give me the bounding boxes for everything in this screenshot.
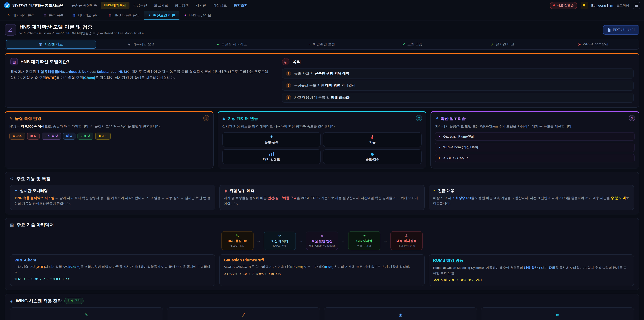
purpose-block: ◎ 목적 1 유출 사고 시 신속한 위험 범위 예측 2 독성물질 농도 기반… (282, 58, 634, 103)
notification-bell-icon[interactable] (580, 2, 588, 9)
pencil-icon: ✎ (84, 312, 88, 318)
weather-grid: ❄ 풍향·풍속 기온 대기 안정도 습도·강수 (222, 132, 422, 164)
document-icon (608, 28, 611, 32)
page-header-left: HNS 대기확산 모델 이론 및 검증 WRF-Chem·Gaussian Pl… (5, 24, 145, 36)
tag-evaporation: 증발율 (10, 133, 25, 140)
tab-scenario-management[interactable]: ▦ 시나리오 관리 (68, 11, 104, 20)
folder-icon: ▦ (72, 14, 76, 17)
tab-wrfchem-evolution[interactable]: ➤ WRF-Chem발전 (548, 40, 638, 49)
card-specs: 해상도: 1~3 km / 시간분해능: 1 hr (14, 277, 211, 281)
nav-item-hns-air-diffusion[interactable]: HNS·대기확산 (101, 2, 130, 9)
app-logo[interactable]: W 해양환경 위기대응 통합시스템 (4, 2, 64, 9)
incident-status-badge: 사고 진행중 (550, 2, 577, 9)
nav-item-board[interactable]: 게시판 (192, 2, 209, 9)
intro-definition: ▤ HNS 대기확산 모델이란? 해상에서 유출된 위험유해물질(Hazardo… (10, 58, 271, 103)
card-title: 긴급 대응 (438, 188, 454, 193)
roms-integration-card: ≈ ROMS 연동 해양·대기 결합 장기 모의 지원 (481, 307, 634, 320)
check-icon: ✔ (402, 42, 405, 46)
card-header: ≋ 기상 데이터 연동 (222, 116, 422, 122)
droplet-icon (370, 152, 374, 156)
section-title: WING 시스템 적용 전략 (16, 298, 62, 304)
card-header: ↗ 확산 알고리즘 (435, 116, 634, 122)
logout-button[interactable]: 로그아웃 (616, 3, 629, 8)
flow-decision: ⚠ 대응 의사결정 대피·방제 명령 (390, 231, 422, 250)
nav-item-weather-info[interactable]: 기상정보 (210, 2, 230, 9)
card-specs: 장기 모의 가능 / 정밀 농도 계산 (433, 278, 630, 282)
step-number-badge: 1 (203, 115, 209, 121)
page-subtitle: WRF-Chem·Gaussian Plume/Puff·ROMS·해양환경 보… (20, 31, 145, 36)
tab-substance-scenarios[interactable]: ✦ 물질별 시나리오 (186, 40, 277, 49)
intro-paragraph: 해상에서 유출된 위험유해물질(Hazardous & Noxious Subs… (10, 69, 271, 81)
menu-icon[interactable] (632, 2, 640, 9)
page: W 해양환경 위기대응 통합시스템 유출유 확산예측 HNS·대기확산 긴급구난… (0, 0, 644, 320)
section-header: ◈ WING 시스템 적용 전략 현재 구현 (10, 298, 634, 304)
book-icon: ▤ (10, 58, 18, 66)
humidity-cell: 습도·강수 (323, 149, 422, 164)
tab-model-validation[interactable]: ✔ 모델 검증 (367, 40, 458, 49)
ruler-icon (5, 24, 16, 36)
top-navbar: W 해양환경 위기대응 통합시스템 유출유 확산예측 HNS·대기확산 긴급구난… (0, 0, 644, 11)
nav-item-rescue[interactable]: 긴급구난 (130, 2, 150, 9)
list-icon: ▤ (44, 14, 46, 17)
tab-ocean-correction[interactable]: ≈ 해양환경 보정 (277, 40, 367, 49)
number-badge: 2 (286, 83, 291, 88)
logo-icon: W (4, 2, 10, 9)
card-description: HNS는 약 6,000종 이상으로, 종류가 매우 다양합니다. 각 물질의 … (10, 124, 209, 129)
tab-analysis-list[interactable]: ▤ 분석 목록 (39, 11, 68, 20)
tab-diffusion-model-theory[interactable]: ✦ 확산모델 이론 (144, 11, 180, 20)
feature-cards-row: ✎ 물질 특성 반영 1 HNS는 약 6,000종 이상으로, 종류가 매우 … (5, 111, 639, 168)
card-specs: 계산시간: < 10 s / 정확도: ±10~40% (224, 272, 420, 276)
app-title: 해양환경 위기대응 통합시스템 (12, 3, 64, 8)
nav-item-aerial-search[interactable]: 항공탐색 (172, 2, 192, 9)
algorithm-list: Gaussian Plume/Puff WRF-Chem (기상+화학) ALO… (435, 132, 634, 162)
tab-realtime-compare[interactable]: ⚡ 실시간 비교 (458, 40, 548, 49)
bullet-icon (439, 157, 440, 159)
bullet-icon (439, 147, 440, 148)
card-title: Gaussian Plume/Puff (224, 258, 420, 262)
page-header: HNS 대기확산 모델 이론 및 검증 WRF-Chem·Gaussian Pl… (5, 24, 639, 36)
number-badge: 3 (286, 95, 291, 100)
tab-label: 모델 검증 (407, 42, 422, 47)
main-content: HNS 대기확산 모델 이론 및 검증 WRF-Chem·Gaussian Pl… (0, 24, 644, 320)
card-description: 실시간 기상 정보를 입력 데이터로 사용하여 확산 방향과 속도를 결정합니다… (222, 124, 422, 129)
emergency-response-card: ⚡긴급 대응 해상 사고 시 조화상수 DB를 이용한 빠른 예측 기술을 포함… (429, 185, 634, 210)
tab-hns-manual[interactable]: ▥ HNS 대응매뉴얼 (104, 11, 144, 20)
user-name[interactable]: Eunjeong Kim (591, 3, 613, 8)
lightning-icon: ⚡ (491, 42, 494, 46)
section-header: ▦ 주요 기술 아키텍처 (10, 222, 634, 228)
purpose-item: 2 독성물질 농도 기반 대피 명령 의사결정 (282, 81, 634, 91)
trend-up-icon: ↗ (435, 116, 438, 121)
arrow-icon: → (299, 238, 303, 243)
tab-label: 실시간 비교 (496, 42, 514, 47)
roms-card: ROMS 해양 연동 Regional Ocean Modeling Syste… (429, 254, 634, 286)
nav-item-reports[interactable]: 보고자료 (151, 2, 171, 9)
tag-toxicity: 독성 (27, 133, 40, 140)
tab-label: 가우시안 모델 (133, 42, 155, 47)
tab-label: 확산모델 이론 (153, 13, 175, 18)
navbar-right: 사고 진행중 Eunjeong Kim 로그아웃 (550, 2, 640, 9)
card-description: 기상 예측 모델(WRF)과 대기화학 모델(Chem)을 결합. 3차원 바람… (14, 264, 211, 274)
tab-hns-substance-info[interactable]: ✶ HNS 물질정보 (180, 11, 216, 20)
nav-item-integrated-search[interactable]: 통합조회 (230, 2, 251, 9)
card-title: 위험 범위 예측 (229, 188, 254, 193)
stability-cell: 대기 안정도 (222, 149, 321, 164)
purpose-item: 1 유출 사고 시 신속한 위험 범위 예측 (282, 69, 634, 79)
plane-icon: ✈ (350, 234, 378, 238)
nav-item-oil-diffusion[interactable]: 유출유 확산예측 (68, 2, 100, 9)
wind-icon: ≋ (222, 116, 225, 121)
flow-weather-data: ≋ 기상 데이터 KMA / AWS (264, 232, 296, 250)
lightning-icon: ⚡ (433, 189, 436, 193)
tab-gaussian-model[interactable]: ≋ 가우시안 모델 (96, 40, 186, 49)
page-title: HNS 대기확산 모델 이론 및 검증 (20, 24, 145, 30)
card-description: 'HNS 유출 블랙박스 시스템'과 같이 사고 즉시 확산 방향과 농도를 예… (14, 195, 211, 206)
tab-label: 물질별 시나리오 (221, 42, 247, 47)
wing-cards: ✎ HNS DB 연동 CHRIS/CAMEO DB 6,000+종 물질 정보… (10, 307, 634, 320)
tab-system-overview[interactable]: ▣ 시스템 개요 (6, 40, 96, 49)
tab-air-diffusion-analysis[interactable]: ✎ 대기확산 분석 (3, 11, 39, 20)
hns-db-card: ✎ HNS DB 연동 CHRIS/CAMEO DB 6,000+종 물질 정보 (10, 307, 163, 320)
pdf-export-button[interactable]: PDF 내보내기 (603, 25, 639, 34)
atom-icon: ✶ (184, 14, 187, 17)
pencil-icon: ✎ (224, 234, 252, 238)
tab-label: WRF-Chem발전 (583, 42, 608, 47)
card-title: 확산 알고리즘 (440, 116, 466, 122)
